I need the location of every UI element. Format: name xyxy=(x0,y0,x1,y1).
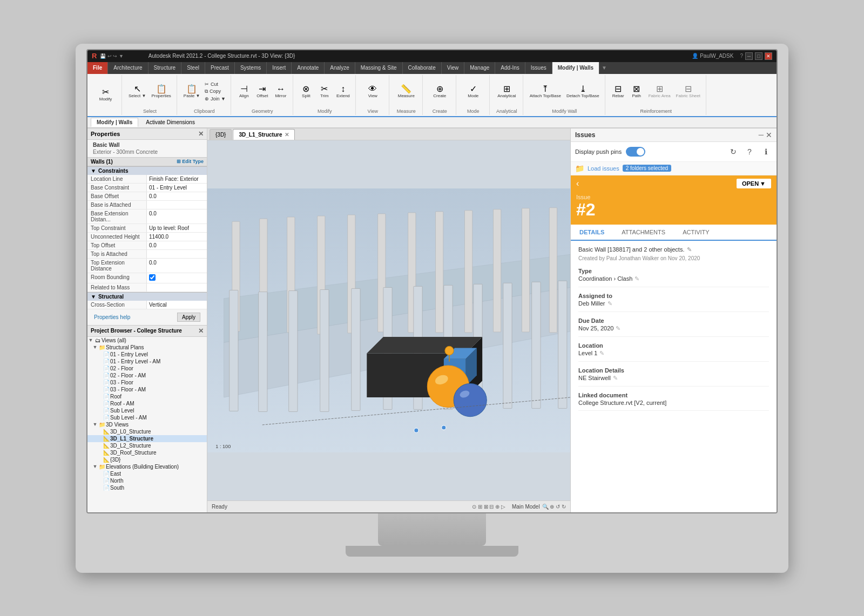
ribbon-tab-addins[interactable]: Add-Ins xyxy=(495,62,525,74)
ribbon-btn-attach-top[interactable]: ⤒Attach Top/Base xyxy=(528,84,563,99)
prop-value-10[interactable] xyxy=(147,273,207,283)
ctx-tab-activate-dimensions[interactable]: Activate Dimensions xyxy=(140,118,200,126)
ribbon-btn-path[interactable]: ⊠Path xyxy=(628,84,645,99)
tree-item-sub-level[interactable]: 📄Sub Level xyxy=(87,407,207,414)
tree-item-01-entry-am[interactable]: 📄01 - Entry Level - AM xyxy=(87,358,207,365)
ribbon-btn-properties[interactable]: 📋 Properties xyxy=(149,84,173,99)
ribbon-btn-join[interactable]: ⊕ Join ▼ xyxy=(203,96,227,102)
viewport-3d[interactable]: 1 : 100 xyxy=(207,140,570,500)
prop-value-0[interactable]: Finish Face: Exterior xyxy=(147,175,207,183)
tree-item-03-floor-am[interactable]: 📄03 - Floor - AM xyxy=(87,386,207,393)
ribbon-btn-view-btn[interactable]: 👁View xyxy=(364,84,381,99)
prop-value-9[interactable]: 0.0 xyxy=(147,259,207,273)
ribbon-tab-architecture[interactable]: Architecture xyxy=(108,62,148,74)
room-bounding-checkbox[interactable] xyxy=(149,274,156,281)
tree-item-structural-plans[interactable]: ▼ 📁 Structural Plans xyxy=(87,344,207,351)
tree-item-01-entry[interactable]: 📄01 - Entry Level xyxy=(87,351,207,358)
issues-help-btn[interactable]: ? xyxy=(743,145,756,158)
load-issues-text[interactable]: Load issues xyxy=(588,165,619,172)
location-details-edit-icon[interactable]: ✎ xyxy=(613,375,618,382)
view-tab-3d[interactable]: {3D} xyxy=(210,129,232,140)
tree-item-3d-l2[interactable]: 📐3D_L2_Structure xyxy=(87,442,207,449)
ribbon-btn-fabric-sheet[interactable]: ⊟Fabric Sheet xyxy=(674,84,703,99)
location-edit-icon[interactable]: ✎ xyxy=(599,350,604,357)
issues-close-btn[interactable]: ✕ xyxy=(766,131,772,139)
ribbon-btn-split[interactable]: ⊗Split xyxy=(298,84,315,99)
tree-item-3d-l1[interactable]: 📐3D_L1_Structure xyxy=(87,435,207,442)
tree-item-3d-views[interactable]: ▼ 📁 3D Views xyxy=(87,421,207,428)
assigned-edit-icon[interactable]: ✎ xyxy=(608,300,612,307)
ribbon-btn-trim[interactable]: ✂Trim xyxy=(316,84,333,99)
prop-value-6[interactable]: 11400.0 xyxy=(147,233,207,241)
ribbon-tab-insert[interactable]: Insert xyxy=(267,62,292,74)
ctx-tab-modify-walls[interactable]: Modify | Walls xyxy=(91,118,138,127)
type-edit-icon[interactable]: ✎ xyxy=(634,275,639,282)
prop-value-12[interactable]: Vertical xyxy=(147,301,207,309)
tree-item-roof-am[interactable]: 📄Roof - AM xyxy=(87,400,207,407)
ribbon-tab-manage[interactable]: Manage xyxy=(464,62,495,74)
ribbon-btn-geometry1[interactable]: ⊣Align xyxy=(235,84,253,99)
ribbon-tab-view[interactable]: View xyxy=(442,62,465,74)
prop-value-7[interactable]: 0.0 xyxy=(147,241,207,249)
ribbon-btn-create[interactable]: ⊕Create xyxy=(431,84,448,99)
issue-tab-attachments[interactable]: ATTACHMENTS xyxy=(613,225,674,241)
ribbon-btn-modify[interactable]: ✂ Modify xyxy=(97,87,114,103)
ribbon-btn-copy[interactable]: ⧉ Copy xyxy=(203,88,227,95)
tree-item-03-floor[interactable]: 📄03 - Floor xyxy=(87,379,207,386)
tree-item-02-floor[interactable]: 📄02 - Floor xyxy=(87,365,207,372)
due-date-edit-icon[interactable]: ✎ xyxy=(616,325,620,332)
prop-value-4[interactable]: 0.0 xyxy=(147,209,207,224)
tree-item-02-floor-am[interactable]: 📄02 - Floor - AM xyxy=(87,372,207,379)
issues-refresh-btn[interactable]: ↻ xyxy=(727,145,740,158)
ribbon-btn-analytical[interactable]: ⊞Analytical xyxy=(495,84,518,99)
tree-item-3d-l0[interactable]: 📐3D_L0_Structure xyxy=(87,428,207,435)
close-btn[interactable]: ✕ xyxy=(765,52,772,60)
issue-back-arrow[interactable]: ‹ xyxy=(576,179,579,188)
ribbon-tab-modify-walls[interactable]: Modify | Walls xyxy=(552,62,599,74)
edit-type-btn[interactable]: ⊞ Edit Type xyxy=(177,159,204,164)
minimize-btn[interactable]: ─ xyxy=(745,52,753,60)
issues-minimize-btn[interactable]: ─ xyxy=(759,131,764,139)
ribbon-btn-fabric-area[interactable]: ⊞Fabric Area xyxy=(646,84,673,99)
ribbon-btn-cut[interactable]: ✂ Cut xyxy=(203,81,227,87)
ribbon-tab-annotate[interactable]: Annotate xyxy=(292,62,325,74)
prop-value-5[interactable]: Up to level: Roof xyxy=(147,224,207,232)
prop-value-2[interactable]: 0.0 xyxy=(147,192,207,200)
help-btn[interactable]: ? xyxy=(740,53,743,59)
ribbon-btn-select[interactable]: ↖ Select ▼ xyxy=(126,84,148,99)
issue-open-btn[interactable]: OPEN ▼ xyxy=(737,179,771,188)
ribbon-tab-massing[interactable]: Massing & Site xyxy=(355,62,403,74)
apply-btn[interactable]: Apply xyxy=(177,313,200,322)
ribbon-btn-rebar[interactable]: ⊟Rebar xyxy=(610,84,627,99)
issues-info-btn[interactable]: ℹ xyxy=(759,145,772,158)
ribbon-btn-detach[interactable]: ⤓Detach Top/Base xyxy=(564,84,602,99)
properties-help-link[interactable]: Properties help xyxy=(91,313,133,322)
ribbon-tab-precast[interactable]: Precast xyxy=(205,62,235,74)
ribbon-tab-systems[interactable]: Systems xyxy=(235,62,267,74)
ribbon-btn-geometry3[interactable]: ↔Mirror xyxy=(272,84,289,99)
ribbon-btn-paste[interactable]: 📋 Paste ▼ xyxy=(181,84,202,99)
prop-value-1[interactable]: 01 - Entry Level xyxy=(147,184,207,192)
maximize-btn[interactable]: □ xyxy=(755,52,762,60)
prop-category-structural[interactable]: ▼ Structural xyxy=(87,292,207,301)
properties-close-btn[interactable]: ✕ xyxy=(198,130,204,138)
ribbon-btn-mode[interactable]: ✓Mode xyxy=(464,84,482,99)
tree-item-elevations[interactable]: ▼ 📁 Elevations (Building Elevation) xyxy=(87,463,207,470)
ribbon-tab-analyze[interactable]: Analyze xyxy=(325,62,355,74)
tree-item-sub-level-am[interactable]: 📄Sub Level - AM xyxy=(87,414,207,421)
tree-item-north[interactable]: 📄North xyxy=(87,477,207,484)
tree-item-roof[interactable]: 📄Roof xyxy=(87,393,207,400)
push-pins-toggle[interactable] xyxy=(626,147,645,157)
objects-edit-icon[interactable]: ✎ xyxy=(687,246,692,253)
ribbon-tab-structure[interactable]: Structure xyxy=(148,62,182,74)
issue-tab-activity[interactable]: ACTIVITY xyxy=(674,225,718,241)
project-browser-close-btn[interactable]: ✕ xyxy=(198,327,204,335)
tree-item-3d-roof[interactable]: 📐3D_Roof_Structure xyxy=(87,449,207,456)
view-tab-close-icon[interactable]: ✕ xyxy=(285,132,289,138)
ribbon-tab-issues[interactable]: Issues xyxy=(525,62,552,74)
issue-tab-details[interactable]: DETAILS xyxy=(571,225,613,241)
tree-item-3d-default[interactable]: 📐{3D} xyxy=(87,456,207,463)
tree-item-east[interactable]: 📄East xyxy=(87,470,207,477)
tree-item-south[interactable]: 📄South xyxy=(87,484,207,491)
ribbon-tab-file[interactable]: File xyxy=(87,62,108,74)
